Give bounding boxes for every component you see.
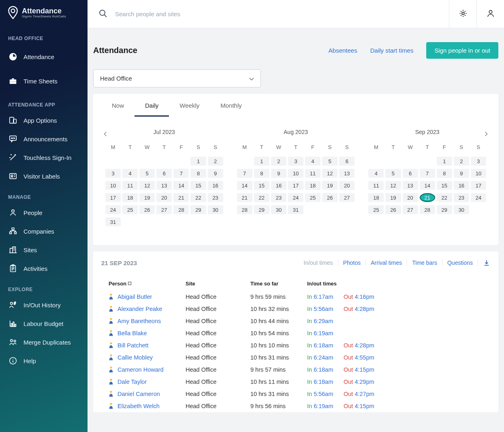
calendar-day[interactable]: 4 — [305, 157, 320, 166]
calendar-day[interactable]: 28 — [237, 205, 252, 214]
calendar-day[interactable]: 16 — [271, 181, 286, 190]
calendar-day[interactable]: 13 — [156, 181, 172, 190]
sidebar-item-labour-budget[interactable]: Labour Budget — [0, 314, 88, 333]
calendar-day[interactable]: 12 — [139, 181, 155, 190]
calendar-day[interactable]: 24 — [288, 193, 303, 202]
site-select[interactable]: Head Office — [93, 69, 261, 87]
view-arrival-times[interactable]: Arrival times — [366, 258, 407, 268]
calendar-day[interactable]: 17 — [105, 193, 121, 202]
col-time-so-far[interactable]: Time so far — [250, 281, 307, 287]
calendar-day[interactable]: 14 — [237, 181, 252, 190]
sidebar-item-companies[interactable]: Companies — [0, 222, 88, 240]
calendar-day[interactable]: 14 — [420, 181, 435, 190]
calendar-day[interactable]: 8 — [437, 169, 452, 178]
sidebar-item-attendance[interactable]: Attendance — [0, 45, 88, 69]
calendar-day[interactable]: 26 — [322, 193, 337, 202]
calendar-day[interactable]: 24 — [105, 205, 121, 214]
calendar-day[interactable]: 18 — [305, 181, 320, 190]
calendar-day[interactable]: 10 — [471, 169, 486, 178]
col-person[interactable]: Person — [109, 281, 186, 287]
calendar-day[interactable]: 3 — [105, 169, 121, 178]
calendar-day[interactable]: 2 — [454, 157, 469, 166]
calendar-day[interactable]: 28 — [173, 205, 189, 214]
calendar-day[interactable]: 26 — [385, 205, 401, 214]
calendar-prev-button[interactable] — [104, 131, 107, 138]
calendar-day[interactable]: 9 — [271, 169, 286, 178]
calendar-day[interactable]: 5 — [139, 169, 155, 178]
calendar-day[interactable]: 3 — [288, 157, 303, 166]
calendar-day[interactable]: 16 — [454, 181, 469, 190]
calendar-day[interactable]: 19 — [385, 193, 401, 202]
col-site[interactable]: Site — [186, 281, 250, 287]
calendar-day[interactable]: 18 — [122, 193, 138, 202]
calendar-day[interactable]: 7 — [173, 169, 189, 178]
person-link[interactable]: Alexander Peake — [109, 305, 186, 313]
calendar-day[interactable]: 12 — [385, 181, 401, 190]
calendar-day[interactable]: 5 — [322, 157, 337, 166]
calendar-day[interactable]: 10 — [105, 181, 121, 190]
calendar-day[interactable]: 22 — [190, 193, 206, 202]
calendar-day[interactable]: 28 — [420, 205, 435, 214]
absentees-link[interactable]: Absentees — [329, 47, 357, 54]
tab-daily[interactable]: Daily — [135, 98, 169, 117]
calendar-day[interactable]: 11 — [368, 181, 384, 190]
calendar-day[interactable]: 25 — [122, 205, 138, 214]
calendar-day[interactable]: 15 — [190, 181, 206, 190]
calendar-day[interactable]: 8 — [254, 169, 269, 178]
calendar-day[interactable]: 30 — [208, 205, 223, 214]
sidebar-item-app-options[interactable]: App Options — [0, 111, 88, 130]
calendar-day[interactable]: 15 — [437, 181, 452, 190]
person-link[interactable]: Dale Taylor — [109, 378, 186, 385]
calendar-day[interactable]: 21 — [173, 193, 189, 202]
calendar-day[interactable]: 13 — [403, 181, 418, 190]
tab-monthly[interactable]: Monthly — [210, 98, 252, 117]
person-link[interactable]: Cameron Howard — [109, 366, 186, 373]
calendar-day[interactable]: 29 — [254, 205, 269, 214]
calendar-day[interactable]: 29 — [190, 205, 206, 214]
col-in-out-times[interactable]: In/out times — [307, 281, 380, 287]
calendar-day[interactable]: 17 — [288, 181, 303, 190]
calendar-day[interactable]: 27 — [403, 205, 418, 214]
sidebar-item-time-sheets[interactable]: Time Sheets — [0, 69, 88, 93]
calendar-day[interactable]: 4 — [122, 169, 138, 178]
tab-now[interactable]: Now — [101, 98, 135, 117]
calendar-day[interactable]: 30 — [454, 205, 469, 214]
calendar-day[interactable]: 11 — [122, 181, 138, 190]
calendar-day[interactable]: 5 — [385, 169, 401, 178]
calendar-day[interactable]: 21 — [237, 193, 252, 202]
calendar-day[interactable]: 21 — [420, 193, 435, 202]
person-link[interactable]: Bill Patchett — [109, 342, 186, 349]
sidebar-item-inout-history[interactable]: In/Out History — [0, 296, 88, 314]
person-link[interactable]: Bella Blake — [109, 330, 186, 337]
calendar-day[interactable]: 27 — [339, 193, 355, 202]
view-time-bars[interactable]: Time bars — [407, 258, 442, 268]
calendar-day[interactable]: 7 — [420, 169, 435, 178]
calendar-next-button[interactable] — [485, 131, 488, 138]
calendar-day[interactable]: 9 — [208, 169, 223, 178]
daily-start-times-link[interactable]: Daily start times — [370, 47, 414, 54]
calendar-day[interactable]: 13 — [339, 169, 355, 178]
settings-button[interactable] — [449, 0, 476, 28]
calendar-day[interactable]: 14 — [173, 181, 189, 190]
person-link[interactable]: Elizabeth Welch — [109, 402, 186, 410]
calendar-day[interactable]: 26 — [139, 205, 155, 214]
calendar-day[interactable]: 2 — [271, 157, 286, 166]
view-inout-times[interactable]: In/out times — [299, 258, 337, 268]
calendar-day[interactable]: 29 — [437, 205, 452, 214]
sidebar-item-touchless-signin[interactable]: Touchless Sign-In — [0, 148, 88, 167]
calendar-day[interactable]: 20 — [339, 181, 355, 190]
calendar-day[interactable]: 22 — [254, 193, 269, 202]
person-link[interactable]: Amy Baretheons — [109, 317, 186, 325]
calendar-day[interactable]: 6 — [156, 169, 172, 178]
calendar-day[interactable]: 9 — [454, 169, 469, 178]
sidebar-item-visitor-labels[interactable]: Visitor Labels — [0, 167, 88, 185]
calendar-day[interactable]: 19 — [322, 181, 337, 190]
calendar-day[interactable]: 6 — [403, 169, 418, 178]
calendar-day[interactable]: 23 — [454, 193, 469, 202]
calendar-day[interactable]: 1 — [437, 157, 452, 166]
calendar-day[interactable]: 11 — [305, 169, 320, 178]
calendar-day[interactable]: 25 — [368, 205, 384, 214]
sidebar-item-sites[interactable]: Sites — [0, 240, 88, 259]
calendar-day[interactable]: 22 — [437, 193, 452, 202]
calendar-day[interactable]: 31 — [288, 205, 303, 214]
